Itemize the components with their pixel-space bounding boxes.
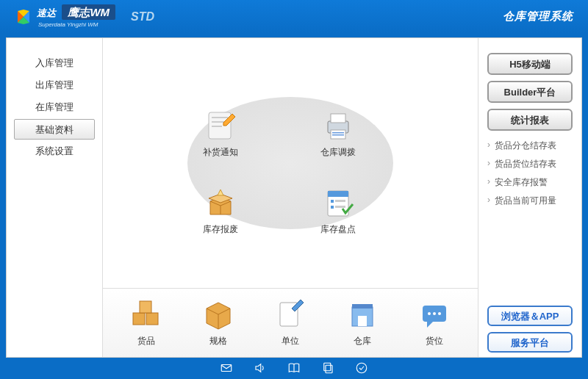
paper-pen-icon <box>274 298 306 331</box>
check-circle-icon[interactable] <box>355 361 368 375</box>
note-pencil-icon <box>203 108 238 143</box>
right-panel: H5移动端 Builder平台 统计报表 货品分仓结存表 货品货位结存表 安全库… <box>478 38 581 357</box>
svg-rect-28 <box>324 363 331 371</box>
main-panel: 补货通知 仓库调拨 库存报废 库存盘点 货品 规格 <box>102 38 478 357</box>
sidebar-item-outbound[interactable]: 出库管理 <box>14 75 95 95</box>
bottom-item-warehouse[interactable]: 仓库 <box>337 298 388 347</box>
sidebar-item-basic[interactable]: 基础资料 <box>14 119 95 140</box>
oval-label: 库存报废 <box>203 224 238 234</box>
content-area: 入库管理 出库管理 在库管理 基础资料 系统设置 补货通知 仓库调拨 库存报废 … <box>6 37 582 358</box>
message-icon <box>418 298 451 331</box>
bottom-item-location[interactable]: 货位 <box>409 298 460 347</box>
box-icon <box>202 298 234 331</box>
bottom-label: 货位 <box>426 336 443 346</box>
svg-rect-11 <box>331 200 334 203</box>
btn-builder[interactable]: Builder平台 <box>487 81 573 103</box>
logo-area: 速达 鹰志WM Superdata Yingzhi WM STD <box>15 6 154 28</box>
boxes-icon <box>130 298 162 331</box>
btn-report[interactable]: 统计报表 <box>487 109 573 131</box>
box-open-icon <box>203 185 238 220</box>
btn-service[interactable]: 服务平台 <box>487 332 573 353</box>
mail-icon[interactable] <box>220 361 233 375</box>
svg-rect-20 <box>352 304 373 308</box>
svg-rect-16 <box>146 313 158 325</box>
report-links: 货品分仓结存表 货品货位结存表 安全库存报警 货品当前可用量 <box>487 137 573 210</box>
system-title: 仓库管理系统 <box>503 10 573 24</box>
footer-bar <box>0 358 588 378</box>
link-branch-stock[interactable]: 货品分仓结存表 <box>487 137 573 155</box>
slogan-text: Superdata Yingzhi WM <box>38 21 115 28</box>
oval-label: 补货通知 <box>203 147 238 157</box>
logo-text: 速达 <box>37 7 56 18</box>
svg-point-25 <box>438 312 441 315</box>
svg-rect-14 <box>335 206 345 208</box>
svg-rect-17 <box>140 301 151 313</box>
btn-h5[interactable]: H5移动端 <box>487 53 573 75</box>
sound-icon[interactable] <box>254 361 267 375</box>
bottom-item-unit[interactable]: 单位 <box>265 298 316 347</box>
sidebar-item-instock[interactable]: 在库管理 <box>14 97 95 118</box>
svg-rect-13 <box>331 206 334 209</box>
link-safety-alarm[interactable]: 安全库存报警 <box>487 173 573 192</box>
btn-browser-app[interactable]: 浏览器＆APP <box>487 306 573 326</box>
clipboard-check-icon <box>320 185 356 220</box>
bottom-label: 单位 <box>282 336 299 346</box>
link-location-stock[interactable]: 货品货位结存表 <box>487 155 573 173</box>
svg-rect-8 <box>332 134 344 136</box>
svg-rect-3 <box>212 126 222 127</box>
bottom-label: 规格 <box>209 336 227 346</box>
svg-point-23 <box>428 312 431 315</box>
sidebar-item-settings[interactable]: 系统设置 <box>14 141 95 162</box>
link-available[interactable]: 货品当前可用量 <box>487 192 573 210</box>
edition-label: STD <box>131 10 154 24</box>
bottom-label: 货品 <box>137 336 155 346</box>
sidebar: 入库管理 出库管理 在库管理 基础资料 系统设置 <box>7 38 102 357</box>
warehouse-icon <box>346 298 379 331</box>
header-bar: 速达 鹰志WM Superdata Yingzhi WM STD 仓库管理系统 <box>0 0 588 33</box>
svg-rect-29 <box>326 365 332 373</box>
svg-rect-10 <box>328 191 348 197</box>
svg-point-24 <box>433 312 436 315</box>
svg-rect-1 <box>212 117 228 118</box>
brand-box: 鹰志WM <box>62 4 115 20</box>
oval-item-scrap[interactable]: 库存报废 <box>191 185 250 236</box>
oval-area: 补货通知 仓库调拨 库存报废 库存盘点 <box>103 38 478 288</box>
bottom-item-goods[interactable]: 货品 <box>121 298 172 347</box>
bottom-label: 仓库 <box>354 336 371 346</box>
oval-label: 库存盘点 <box>320 224 356 234</box>
book-icon[interactable] <box>287 361 301 375</box>
oval-item-check[interactable]: 库存盘点 <box>309 185 368 236</box>
svg-rect-15 <box>133 313 145 325</box>
svg-rect-26 <box>221 365 232 372</box>
svg-rect-21 <box>358 316 367 326</box>
copy-icon[interactable] <box>321 361 334 375</box>
svg-rect-12 <box>335 200 345 202</box>
svg-rect-7 <box>332 132 344 134</box>
oval-item-transfer[interactable]: 仓库调拨 <box>309 108 368 159</box>
bottom-item-spec[interactable]: 规格 <box>193 298 244 347</box>
sidebar-item-inbound[interactable]: 入库管理 <box>14 53 95 73</box>
bottom-toolbar: 货品 规格 单位 仓库 货位 <box>103 288 478 357</box>
svg-rect-5 <box>331 114 345 123</box>
oval-item-replenish[interactable]: 补货通知 <box>191 108 250 159</box>
logo-icon <box>15 8 32 26</box>
printer-icon <box>320 108 356 143</box>
svg-point-30 <box>356 363 367 373</box>
oval-label: 仓库调拨 <box>320 147 356 157</box>
